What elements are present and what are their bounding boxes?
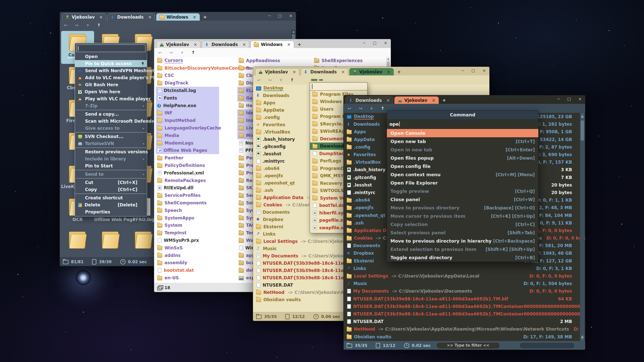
- close-button[interactable]: ×: [578, 97, 582, 101]
- back-icon[interactable]: ↩: [346, 106, 353, 111]
- file-row[interactable]: Desktop: [255, 84, 488, 92]
- tab[interactable]: Windows ×: [156, 13, 200, 21]
- file-row[interactable]: Fonts: [156, 94, 219, 102]
- file-row[interactable]: DtcInstall.log: [156, 87, 219, 94]
- up-icon[interactable]: ↑: [190, 50, 196, 55]
- palette-item[interactable]: Move to previous directory [Backspace] […: [387, 204, 538, 212]
- palette-item[interactable]: Open File Explorer: [387, 179, 538, 187]
- tab[interactable]: Downloads ×: [107, 13, 155, 21]
- minimize-button[interactable]: ─: [557, 97, 560, 101]
- context-menu-item[interactable]: Open: [75, 53, 147, 60]
- tab-close-icon[interactable]: ×: [432, 98, 435, 103]
- file-row[interactable]: Links D: 0, F: 3, 1 KB: [345, 265, 580, 272]
- file-row[interactable]: Cursors: [156, 57, 219, 64]
- file-row[interactable]: NetHood -> C:\Users\Vjekoslav\AppData\Ro…: [345, 325, 580, 333]
- context-menu-item[interactable]: Copy [Ctrl+C]: [75, 186, 147, 193]
- file-row[interactable]: ShellComponents: [156, 199, 219, 207]
- tab[interactable]: Vjekoslav ×: [349, 68, 394, 75]
- tab-close-icon[interactable]: ×: [386, 98, 390, 103]
- palette-item[interactable]: Copy selection [Ctrl+C]: [387, 220, 538, 229]
- tab[interactable]: Windows ×: [251, 41, 294, 48]
- back-icon[interactable]: ↩: [256, 77, 262, 82]
- new-tab-button[interactable]: +: [442, 98, 446, 103]
- tab[interactable]: Vjekoslav ×: [394, 97, 439, 104]
- context-menu-item[interactable]: Delete [Delete]: [75, 201, 147, 208]
- tab[interactable]: Downloads ×: [346, 97, 393, 104]
- file-row[interactable]: NTUSER.DAT{53b39e88-18c4-11ea-a811-000d3…: [345, 310, 580, 318]
- minimize-button[interactable]: ─: [268, 14, 270, 18]
- maximize-button[interactable]: □: [471, 68, 475, 73]
- file-row[interactable]: SystemApps: [156, 214, 219, 222]
- file-row[interactable]: WinSxS: [156, 244, 219, 252]
- back-icon[interactable]: ↩: [157, 50, 163, 55]
- palette-item[interactable]: Open context menu [Ctrl+M] [Menu]: [387, 170, 538, 179]
- file-row[interactable]: NTUSER.DAT{53b39e88-18c4-11ea-a811-000d3…: [345, 303, 580, 310]
- history-dropdown-icon[interactable]: ▾: [368, 106, 375, 111]
- file-row[interactable]: ShellExperiences: [313, 57, 388, 64]
- file-row[interactable]: TempInst: [156, 229, 219, 237]
- scroll-up-icon[interactable]: ▲: [292, 30, 295, 34]
- file-row[interactable]: INF: [156, 109, 219, 117]
- minimize-button[interactable]: ─: [363, 41, 365, 45]
- tab-close-icon[interactable]: ×: [293, 69, 296, 74]
- forward-icon[interactable]: ↪: [168, 50, 174, 55]
- w4-scrollbar[interactable]: ▲ ▼: [580, 113, 585, 341]
- file-row[interactable]: DiagTrack: [156, 79, 219, 87]
- palette-query-input[interactable]: ope: [387, 119, 538, 129]
- context-menu-item[interactable]: TortoiseSVN ▸: [75, 140, 147, 147]
- file-row[interactable]: Local Settings -> C:\Users\Vjekoslav\App…: [345, 272, 580, 280]
- context-menu-item[interactable]: Send a copy...: [75, 111, 147, 118]
- up-icon[interactable]: ↑: [289, 77, 295, 82]
- tab-close-icon[interactable]: ×: [341, 69, 345, 74]
- tab-close-icon[interactable]: ×: [287, 42, 291, 47]
- palette-item[interactable]: Move cursor to previous item [Ctrl+K] [C…: [387, 212, 538, 220]
- context-menu-item[interactable]: Give access to ▸: [75, 125, 147, 132]
- maximize-button[interactable]: □: [373, 41, 376, 45]
- palette-item[interactable]: Open in new tab [Ctrl+Enter]: [387, 146, 538, 154]
- file-row[interactable]: Obsidian vaults D: 17, F: 149, 38 MB: [345, 333, 580, 340]
- tab-close-icon[interactable]: ×: [243, 42, 246, 47]
- scrollbar-thumb[interactable]: [581, 120, 584, 141]
- tab-close-icon[interactable]: ×: [193, 15, 196, 20]
- file-row[interactable]: LanguageOverlayCache: [156, 124, 219, 132]
- file-row[interactable]: My Documents -> C:\Users\Vjekoslav\Docum…: [345, 287, 580, 295]
- file-row[interactable]: en-US: [156, 274, 219, 282]
- dropdown-filter-input[interactable]: [310, 83, 367, 90]
- palette-item[interactable]: Move to previous directory in hierarchy …: [387, 237, 538, 245]
- file-row[interactable]: Panther: [156, 154, 219, 162]
- palette-item[interactable]: Close panel [Ctrl+W]: [387, 195, 538, 204]
- palette-item[interactable]: Open Console: [387, 129, 538, 137]
- palette-item[interactable]: Extend selection to previous item [Shift…: [387, 245, 538, 253]
- close-button[interactable]: ×: [482, 68, 486, 73]
- tab[interactable]: Vjekoslav ×: [255, 68, 299, 75]
- type-to-filter-button[interactable]: >> Type to filter <<: [436, 342, 500, 349]
- file-row[interactable]: bootstat.dat: [156, 266, 219, 274]
- tab-close-icon[interactable]: ×: [387, 69, 390, 74]
- file-row[interactable]: Music D: 0, F: 1, 504 bytes: [345, 280, 580, 287]
- up-icon[interactable]: ↑: [96, 23, 102, 28]
- file-row[interactable]: RtlExUpd.dll: [156, 184, 219, 192]
- file-row[interactable]: RemotePackages: [156, 177, 219, 184]
- tab[interactable]: Downloads ×: [202, 41, 249, 48]
- grid-cell[interactable]: [61, 229, 94, 257]
- file-row[interactable]: Speech: [156, 207, 219, 214]
- context-menu-item[interactable]: Send with NordVPN Meshnet: [75, 67, 147, 74]
- context-menu-item[interactable]: 7-Zip ▸: [75, 102, 147, 109]
- context-menu-item[interactable]: Restore previous versions: [75, 148, 147, 155]
- palette-item[interactable]: Open new tab [Ctrl+T]: [387, 137, 538, 146]
- context-menu-item[interactable]: Properties: [75, 208, 147, 215]
- history-dropdown-icon[interactable]: ▾: [278, 77, 284, 82]
- file-row[interactable]: InputMethod: [156, 117, 219, 124]
- tab-close-icon[interactable]: ×: [148, 15, 152, 20]
- breadcrumb-segment[interactable]: [319, 79, 323, 81]
- tab-close-icon[interactable]: ×: [99, 15, 103, 20]
- scroll-up-icon[interactable]: ▲: [581, 113, 584, 119]
- grid-cell[interactable]: [94, 229, 127, 257]
- file-row[interactable]: ServiceProfiles: [156, 192, 219, 199]
- file-row[interactable]: Professional.xml: [156, 169, 219, 177]
- forward-icon[interactable]: ↪: [357, 106, 364, 111]
- scroll-down-icon[interactable]: ▼: [581, 335, 584, 341]
- palette-item[interactable]: Select previous panel [Shift+Tab]: [387, 229, 538, 237]
- maximize-button[interactable]: □: [278, 14, 281, 18]
- back-icon[interactable]: ↩: [62, 23, 69, 28]
